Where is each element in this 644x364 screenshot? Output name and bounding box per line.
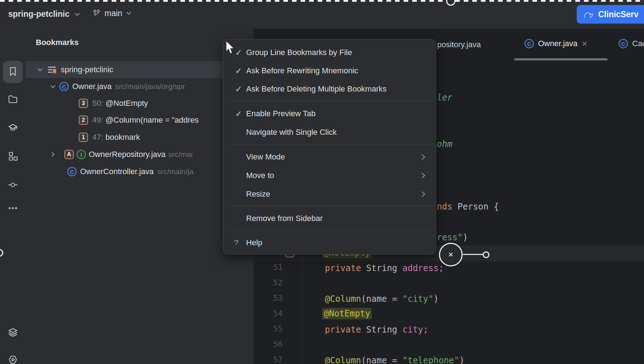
line-number: 54 bbox=[264, 309, 283, 318]
bookmarks-tool-window: Bookmarks bbox=[25, 29, 254, 364]
line-number: 53 bbox=[264, 294, 283, 302]
gradle-elephant-icon bbox=[583, 10, 594, 19]
class-icon: C bbox=[59, 82, 69, 91]
line-number: 56 bbox=[264, 340, 283, 349]
main-toolbar: spring-petclinic main ClinicServ bbox=[0, 0, 644, 29]
bookmark-line-number: 50: bbox=[92, 99, 106, 108]
submenu-arrow-icon bbox=[421, 191, 426, 198]
tab-label: Cac bbox=[632, 39, 644, 48]
tree-row-bookmark-group[interactable]: spring-petclinic bbox=[37, 65, 113, 74]
close-icon: × bbox=[448, 250, 453, 260]
question-mark-icon: ? bbox=[234, 238, 238, 247]
tree-group-label: spring-petclinic bbox=[61, 65, 113, 74]
mnemonic-badge: 1 bbox=[79, 133, 88, 142]
services-icon[interactable] bbox=[8, 355, 18, 364]
menu-item-move-to[interactable]: Move to bbox=[223, 167, 436, 184]
bookmark-line-number: 49: bbox=[92, 115, 106, 125]
line-number: 52 bbox=[264, 278, 283, 287]
mnemonic-badge: 2 bbox=[79, 115, 88, 125]
line-number: 51 bbox=[264, 263, 283, 272]
project-selector[interactable]: spring-petclinic bbox=[8, 9, 80, 19]
tab-ownerrepository[interactable]: pository.java bbox=[437, 40, 481, 49]
chevron-right-icon bbox=[51, 152, 55, 157]
bookmark-label: @Column(name = "addres bbox=[106, 115, 199, 125]
tab-cache[interactable]: C Cac bbox=[619, 39, 644, 48]
tree-row-bookmark-3[interactable]: 3 50: @NotEmpty bbox=[79, 99, 148, 108]
menu-item-remove-from-sidebar[interactable]: Remove from Sidebar bbox=[223, 210, 436, 227]
run-configuration-label: ClinicServ bbox=[598, 10, 639, 19]
chevron-down-icon bbox=[74, 13, 80, 16]
chevron-down-icon bbox=[37, 68, 43, 72]
bookmarks-icon[interactable] bbox=[8, 67, 18, 77]
tree-row-file-ownerrepository[interactable]: A I OwnerRepository.java src/mai bbox=[51, 150, 192, 159]
chevron-down-icon bbox=[126, 11, 132, 15]
code-fragment: nds Person { bbox=[437, 201, 499, 212]
class-icon: C bbox=[67, 167, 77, 176]
code-line-57[interactable]: @Column(name = "telephone") bbox=[325, 355, 464, 364]
project-name: spring-petclinic bbox=[8, 9, 69, 19]
tree-row-bookmark-1[interactable]: 1 47: bookmark bbox=[79, 133, 140, 142]
code-line-55[interactable]: private String city; bbox=[325, 324, 428, 335]
submenu-arrow-icon bbox=[421, 153, 426, 161]
class-icon: C bbox=[525, 39, 534, 48]
code-fragment: ler bbox=[437, 92, 452, 103]
menu-item-group-line-bookmarks[interactable]: ✓ Group Line Bookmarks by File bbox=[223, 44, 436, 61]
line-number: 57 bbox=[264, 355, 283, 364]
bookmark-list-icon bbox=[47, 65, 57, 74]
tree-file-label: OwnerController.java bbox=[80, 167, 153, 176]
checkmark-icon: ✓ bbox=[234, 66, 243, 76]
activity-bar bbox=[0, 29, 26, 364]
code-fragment: ohm bbox=[437, 139, 452, 149]
tree-row-file-owner[interactable]: C Owner.java src/main/java/org/spr bbox=[50, 82, 185, 91]
git-branch-icon bbox=[92, 8, 101, 19]
mnemonic-badge: A bbox=[64, 150, 74, 159]
line-number: 55 bbox=[264, 324, 283, 333]
checkmark-icon: ✓ bbox=[234, 84, 243, 94]
annotation-connector-line bbox=[463, 254, 483, 255]
menu-item-resize[interactable]: Resize bbox=[223, 186, 436, 203]
tree-file-label: OwnerRepository.java bbox=[89, 150, 166, 159]
mnemonic-badge: 3 bbox=[79, 99, 88, 108]
mouse-cursor bbox=[225, 40, 236, 55]
tree-row-file-ownercontroller[interactable]: C OwnerController.java src/main/ja bbox=[67, 167, 194, 176]
recording-dashed-border bbox=[0, 0, 644, 2]
menu-item-navigate-single-click[interactable]: Navigate with Single Click bbox=[223, 124, 436, 141]
tree-row-bookmark-2[interactable]: 2 49: @Column(name = "addres bbox=[79, 115, 199, 125]
menu-separator bbox=[228, 144, 432, 144]
folder-icon[interactable] bbox=[8, 94, 18, 104]
learn-icon[interactable] bbox=[8, 123, 18, 133]
tree-file-path: src/main/ja bbox=[157, 167, 194, 176]
panel-title: Bookmarks bbox=[36, 38, 79, 47]
interface-icon: I bbox=[77, 150, 86, 159]
run-configuration-button[interactable]: ClinicServ bbox=[577, 5, 644, 24]
layers-icon[interactable] bbox=[8, 328, 18, 338]
tree-file-path: src/main/java/org/spr bbox=[115, 82, 185, 91]
menu-separator bbox=[228, 101, 432, 101]
code-line-54[interactable]: @NotEmpty bbox=[322, 308, 372, 319]
tab-owner[interactable]: C Owner.java × bbox=[525, 39, 587, 48]
menu-item-enable-preview-tab[interactable]: ✓ Enable Preview Tab bbox=[223, 105, 436, 122]
code-line-51[interactable]: private String address; bbox=[325, 263, 444, 274]
bookmark-label: @NotEmpty bbox=[106, 99, 148, 108]
menu-separator bbox=[228, 230, 432, 231]
chevron-down-icon bbox=[50, 84, 56, 89]
checkmark-icon: ✓ bbox=[234, 109, 243, 119]
tree-file-path: src/mai bbox=[169, 150, 193, 159]
menu-item-ask-before-rewriting[interactable]: ✓ Ask Before Rewriting Mnemonic bbox=[223, 62, 436, 79]
annotation-endpoint-handle[interactable] bbox=[483, 251, 489, 258]
menu-item-help[interactable]: ? Help bbox=[223, 234, 436, 251]
more-icon[interactable] bbox=[8, 203, 18, 213]
branch-selector[interactable]: main bbox=[92, 8, 132, 19]
code-fragment: ress") bbox=[437, 232, 468, 243]
bookmark-label: bookmark bbox=[106, 133, 140, 142]
commit-icon[interactable] bbox=[8, 180, 18, 190]
branch-name: main bbox=[104, 9, 122, 18]
menu-item-ask-before-deleting[interactable]: ✓ Ask Before Deleting Multiple Bookmarks bbox=[223, 80, 436, 98]
structure-icon[interactable] bbox=[8, 151, 18, 161]
close-icon[interactable]: × bbox=[582, 39, 587, 48]
annotation-close-button[interactable]: × bbox=[439, 243, 463, 266]
menu-item-view-mode[interactable]: View Mode bbox=[223, 148, 436, 166]
active-tab-underline bbox=[514, 58, 608, 60]
code-line-53[interactable]: @Column(name = "city") bbox=[325, 294, 439, 304]
bookmarks-options-menu: ✓ Group Line Bookmarks by File ✓ Ask Bef… bbox=[223, 39, 436, 255]
